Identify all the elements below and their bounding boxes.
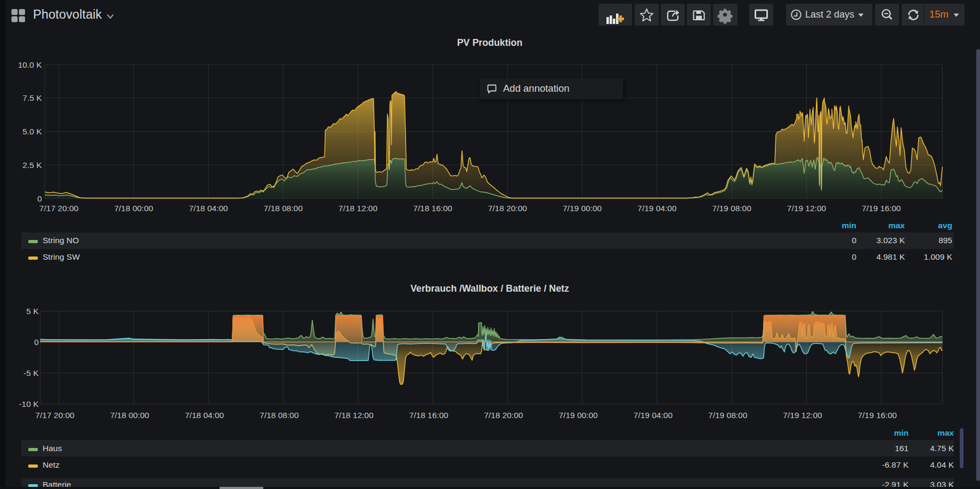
svg-text:7/19 04:00: 7/19 04:00 [634,411,673,420]
svg-text:7/19 16:00: 7/19 16:00 [858,411,897,420]
svg-text:7/18 12:00: 7/18 12:00 [338,204,378,213]
svg-text:2.5 K: 2.5 K [22,161,42,170]
svg-text:0: 0 [34,338,39,347]
svg-text:5.0 K: 5.0 K [22,127,42,136]
svg-text:7/18 04:00: 7/18 04:00 [189,204,228,213]
svg-text:7/18 08:00: 7/18 08:00 [264,204,303,213]
svg-text:7/19 08:00: 7/19 08:00 [708,411,748,420]
svg-text:7/18 20:00: 7/18 20:00 [484,411,523,420]
svg-text:7/18 12:00: 7/18 12:00 [335,411,374,420]
svg-text:7/17 20:00: 7/17 20:00 [39,204,79,213]
svg-text:7/18 08:00: 7/18 08:00 [260,411,299,420]
svg-text:0: 0 [37,194,42,203]
svg-text:7.5 K: 7.5 K [22,93,42,102]
svg-text:7/19 12:00: 7/19 12:00 [783,411,822,420]
svg-text:7/18 04:00: 7/18 04:00 [185,411,224,420]
svg-text:7/19 04:00: 7/19 04:00 [637,204,677,213]
svg-text:-5 K: -5 K [23,368,39,378]
svg-text:Verbrauch /Wallbox / Batterie: Verbrauch /Wallbox / Batterie / Netz [410,283,569,294]
svg-text:5 K: 5 K [26,307,39,316]
svg-text:7/18 20:00: 7/18 20:00 [488,204,528,213]
svg-text:7/18 00:00: 7/18 00:00 [114,204,153,213]
svg-text:7/18 00:00: 7/18 00:00 [110,411,150,420]
svg-text:7/19 16:00: 7/19 16:00 [862,204,901,213]
svg-text:7/19 00:00: 7/19 00:00 [563,204,602,213]
svg-text:10.0 K: 10.0 K [18,60,42,69]
svg-text:7/19 00:00: 7/19 00:00 [558,411,598,420]
svg-text:7/18 16:00: 7/18 16:00 [409,411,449,420]
svg-text:7/18 16:00: 7/18 16:00 [413,204,452,213]
svg-text:7/19 12:00: 7/19 12:00 [787,204,827,213]
svg-text:7/19 08:00: 7/19 08:00 [712,204,752,213]
svg-text:7/17 20:00: 7/17 20:00 [35,411,75,420]
svg-text:-10 K: -10 K [19,399,39,408]
svg-text:PV Produktion: PV Produktion [457,37,523,48]
